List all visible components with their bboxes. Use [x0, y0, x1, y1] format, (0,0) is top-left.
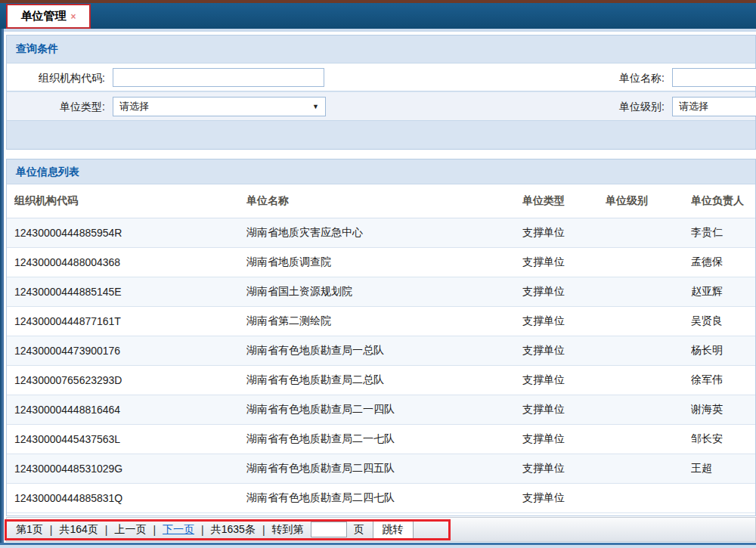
- unit-type-label: 单位类型:: [7, 92, 105, 121]
- cell-type: 支撑单位: [522, 255, 606, 269]
- table-row[interactable]: 12430000448531029G湖南省有色地质勘查局二四五队支撑单位王超: [7, 454, 755, 484]
- cell-name: 湖南省地质灾害应急中心: [246, 226, 522, 240]
- window-bottom-fill: [0, 545, 756, 548]
- table-row[interactable]: 12430000444877161T湖南省第二测绘院支撑单位吴贤良: [7, 307, 755, 336]
- cell-person: 杨长明: [691, 344, 755, 358]
- cell-name: 湖南省有色地质勘查局二一七队: [246, 432, 522, 446]
- cell-name: 湖南省有色地质勘查局二四五队: [246, 462, 522, 475]
- table-row[interactable]: 12430000444885145E湖南省国土资源规划院支撑单位赵亚辉: [7, 277, 755, 307]
- separator: |: [50, 524, 53, 536]
- current-page-label: 第1页: [16, 523, 43, 537]
- cell-name: 湖南省国土资源规划院: [246, 285, 522, 299]
- unit-management-page: 单位管理 × 查询条件 组织机构代码: 单位名称: 单位类型: 请选择 ▼ 单位…: [0, 0, 756, 548]
- cell-name: 湖南省第二测绘院: [246, 314, 522, 328]
- goto-suffix-label: 页: [354, 523, 364, 537]
- query-panel: 查询条件 组织机构代码: 单位名称: 单位类型: 请选择 ▼ 单位级别: 请选择: [6, 35, 756, 150]
- chevron-down-icon: ▼: [312, 98, 319, 116]
- table-row[interactable]: 124300004488004368湖南省地质调查院支撑单位孟德保: [7, 248, 755, 277]
- cell-type: 支撑单位: [522, 285, 606, 299]
- unit-level-label: 单位级别:: [491, 92, 665, 121]
- org-code-label: 组织机构代码:: [7, 63, 105, 92]
- tab-bar: 单位管理 ×: [0, 3, 756, 29]
- close-icon[interactable]: ×: [70, 12, 76, 21]
- form-row-1: 组织机构代码: 单位名称:: [7, 63, 755, 91]
- window-left-edge-inner: [2, 29, 4, 548]
- table-header-row: 组织机构代码 单位名称 单位类型 单位级别 单位负责人: [7, 184, 755, 218]
- cell-person: 徐军伟: [691, 373, 755, 387]
- total-records-label: 共1635条: [211, 523, 256, 537]
- unit-table-body: 12430000444885954R湖南省地质灾害应急中心支撑单位李贵仁1243…: [7, 218, 755, 513]
- separator: |: [153, 524, 156, 536]
- cell-code: 12430000448531029G: [14, 463, 246, 475]
- goto-prefix-label: 转到第: [272, 523, 304, 537]
- cell-code: 12430000444885831Q: [14, 492, 246, 504]
- cell-type: 支撑单位: [522, 403, 606, 416]
- table-row[interactable]: 124300004448816464湖南省有色地质勘查局二一四队支撑单位谢海英: [7, 395, 755, 425]
- cell-person: 邹长安: [691, 432, 755, 446]
- cell-type: 支撑单位: [522, 491, 606, 505]
- cell-type: 支撑单位: [522, 462, 606, 475]
- cell-name: 湖南省有色地质勘查局二总队: [246, 373, 522, 387]
- cell-code: 124300004473900176: [14, 345, 246, 357]
- cell-person: 谢海英: [691, 403, 755, 416]
- table-row[interactable]: 124300004473900176湖南省有色地质勘查局一总队支撑单位杨长明: [7, 336, 755, 366]
- cell-code: 124300004488004368: [14, 256, 246, 268]
- table-panel-title: 单位信息列表: [7, 159, 755, 184]
- query-panel-title: 查询条件: [7, 36, 755, 56]
- prev-page-button[interactable]: 上一页: [114, 523, 146, 537]
- next-page-link[interactable]: 下一页: [163, 523, 194, 537]
- unit-name-label: 单位名称:: [491, 63, 665, 92]
- unit-level-select[interactable]: 请选择: [672, 97, 756, 116]
- table-row[interactable]: 12430000445437563L湖南省有色地质勘查局二一七队支撑单位邹长安: [7, 425, 755, 454]
- total-pages-label: 共164页: [59, 523, 98, 537]
- table-row[interactable]: 12430000765623293D湖南省有色地质勘查局二总队支撑单位徐军伟: [7, 366, 755, 395]
- cell-person: 赵亚辉: [691, 285, 755, 299]
- cell-person: 李贵仁: [691, 226, 755, 240]
- org-code-input[interactable]: [113, 68, 324, 87]
- cell-type: 支撑单位: [522, 314, 606, 328]
- separator: |: [201, 524, 204, 536]
- cell-name: 湖南省有色地质勘查局二四七队: [246, 491, 522, 505]
- cell-person: 吴贤良: [691, 314, 755, 328]
- cell-code: 12430000445437563L: [14, 433, 246, 445]
- unit-name-input[interactable]: [672, 68, 756, 87]
- cell-code: 12430000444885145E: [14, 286, 246, 298]
- form-row-2: 单位类型: 请选择 ▼ 单位级别: 请选择: [7, 92, 755, 121]
- separator: |: [262, 524, 265, 536]
- tab-label: 单位管理: [20, 9, 66, 23]
- cell-person: 王超: [691, 462, 755, 475]
- cell-code: 12430000444877161T: [14, 315, 246, 327]
- cell-code: 12430000444885954R: [14, 227, 246, 239]
- unit-type-select-value: 请选择: [119, 98, 149, 116]
- jump-button[interactable]: 跳转: [373, 520, 414, 539]
- tabbar-bottom-strip: [0, 29, 756, 32]
- column-header-person: 单位负责人: [691, 194, 755, 208]
- cell-name: 湖南省地质调查院: [246, 255, 522, 269]
- table-row[interactable]: 12430000444885831Q湖南省有色地质勘查局二四七队支撑单位: [7, 484, 755, 513]
- goto-page-input[interactable]: [311, 522, 347, 537]
- column-header-code: 组织机构代码: [14, 194, 246, 208]
- unit-type-select[interactable]: 请选择 ▼: [113, 97, 326, 116]
- cell-type: 支撑单位: [522, 226, 606, 240]
- column-header-level: 单位级别: [606, 194, 691, 208]
- column-header-name: 单位名称: [246, 194, 522, 208]
- cell-code: 124300004448816464: [14, 404, 246, 416]
- separator: |: [105, 524, 108, 536]
- cell-name: 湖南省有色地质勘查局二一四队: [246, 403, 522, 416]
- tab-unit-management[interactable]: 单位管理 ×: [6, 4, 91, 29]
- cell-type: 支撑单位: [522, 373, 606, 387]
- cell-code: 12430000765623293D: [14, 374, 246, 386]
- cell-type: 支撑单位: [522, 432, 606, 446]
- table-panel: 单位信息列表 组织机构代码 单位名称 单位类型 单位级别 单位负责人 12430…: [6, 159, 756, 516]
- pagination-bar: 第1页 | 共164页 | 上一页 | 下一页 | 共1635条 | 转到第 页…: [6, 517, 756, 542]
- cell-person: 孟德保: [691, 255, 755, 269]
- table-row[interactable]: 12430000444885954R湖南省地质灾害应急中心支撑单位李贵仁: [7, 218, 755, 248]
- cell-type: 支撑单位: [522, 344, 606, 358]
- unit-level-select-value: 请选择: [679, 98, 708, 116]
- cell-name: 湖南省有色地质勘查局一总队: [246, 344, 522, 358]
- column-header-type: 单位类型: [522, 194, 606, 208]
